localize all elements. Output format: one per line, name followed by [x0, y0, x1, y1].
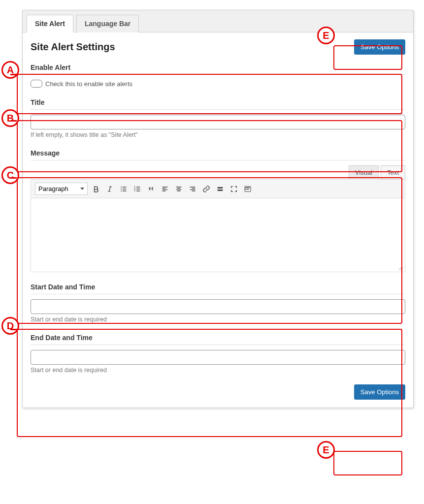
editor-toolbar: Paragraph 123 [31, 179, 405, 198]
field-start-date: Start Date and Time Start or end date is… [31, 283, 405, 323]
content-area: Site Alert Settings Save Options Enable … [23, 32, 413, 408]
toolbar-toggle-icon[interactable] [242, 184, 253, 194]
settings-panel: Site Alert Language Bar Site Alert Setti… [22, 10, 414, 408]
end-date-input[interactable] [31, 350, 405, 365]
align-right-icon[interactable] [187, 184, 198, 194]
svg-rect-7 [245, 187, 246, 188]
bold-icon[interactable] [91, 184, 101, 194]
enable-alert-checkbox[interactable] [31, 80, 42, 88]
annotation-label-E-bottom: E [317, 441, 335, 459]
annotation-line-B [10, 120, 17, 122]
editor-tab-list: Visual Text [31, 165, 405, 180]
chevron-down-icon [80, 188, 84, 190]
field-end-date: End Date and Time Start or end date is r… [31, 334, 405, 374]
editor-tab-text[interactable]: Text [381, 165, 405, 180]
page-title: Site Alert Settings [31, 41, 115, 53]
field-enable-alert: Enable Alert Check this to enable site a… [31, 63, 405, 88]
svg-rect-11 [245, 189, 246, 189]
end-date-helper: Start or end date is required [31, 367, 405, 374]
title-helper: If left empty, it shows title as "Site A… [31, 131, 405, 138]
svg-rect-10 [249, 187, 250, 188]
message-editor[interactable] [31, 198, 405, 272]
tab-site-alert[interactable]: Site Alert [27, 15, 73, 32]
annotation-label-A: A [1, 61, 19, 79]
svg-text:3: 3 [134, 189, 135, 192]
tab-language-bar[interactable]: Language Bar [76, 15, 139, 32]
svg-point-0 [121, 187, 122, 188]
save-options-button-bottom[interactable]: Save Options [354, 384, 405, 400]
field-label-end: End Date and Time [31, 334, 405, 345]
annotation-label-B: B [1, 109, 19, 127]
save-options-button-top[interactable]: Save Options [354, 39, 405, 55]
start-date-input[interactable] [31, 299, 405, 314]
field-label-start: Start Date and Time [31, 283, 405, 294]
link-icon[interactable] [201, 184, 212, 194]
fullscreen-icon[interactable] [228, 184, 239, 194]
svg-rect-12 [247, 189, 248, 189]
enable-alert-checkbox-label: Check this to enable site alerts [45, 80, 132, 88]
align-left-icon[interactable] [160, 184, 170, 194]
svg-rect-8 [247, 187, 248, 188]
format-select-value: Paragraph [38, 185, 68, 192]
bulleted-list-icon[interactable] [118, 184, 129, 194]
svg-point-2 [121, 190, 122, 191]
field-message: Message Visual Text Paragraph 123 [31, 149, 405, 272]
svg-point-1 [121, 189, 122, 189]
field-title: Title If left empty, it shows title as "… [31, 98, 405, 138]
field-label-message: Message [31, 149, 405, 160]
blockquote-icon[interactable] [146, 184, 157, 194]
annotation-line-C [10, 177, 17, 179]
annotation-line-D [10, 329, 17, 330]
title-input[interactable] [31, 115, 405, 129]
resize-handle-icon[interactable] [398, 265, 404, 271]
header-row: Site Alert Settings Save Options [31, 39, 405, 55]
numbered-list-icon[interactable]: 123 [132, 184, 143, 194]
svg-rect-9 [248, 187, 249, 188]
format-select[interactable]: Paragraph [35, 183, 88, 195]
field-label-enable: Enable Alert [31, 63, 405, 75]
annotation-line-A [10, 74, 17, 75]
align-center-icon[interactable] [173, 184, 184, 194]
annotation-label-C: C [1, 166, 19, 184]
tab-list: Site Alert Language Bar [23, 10, 413, 32]
editor-tab-visual[interactable]: Visual [349, 165, 379, 180]
svg-rect-13 [248, 189, 249, 189]
annotation-label-D: D [1, 317, 19, 335]
read-more-icon[interactable] [215, 184, 226, 194]
italic-icon[interactable] [104, 184, 115, 194]
start-date-helper: Start or end date is required [31, 316, 405, 323]
field-label-title: Title [31, 98, 405, 110]
annotation-box-E-bottom [333, 451, 402, 475]
